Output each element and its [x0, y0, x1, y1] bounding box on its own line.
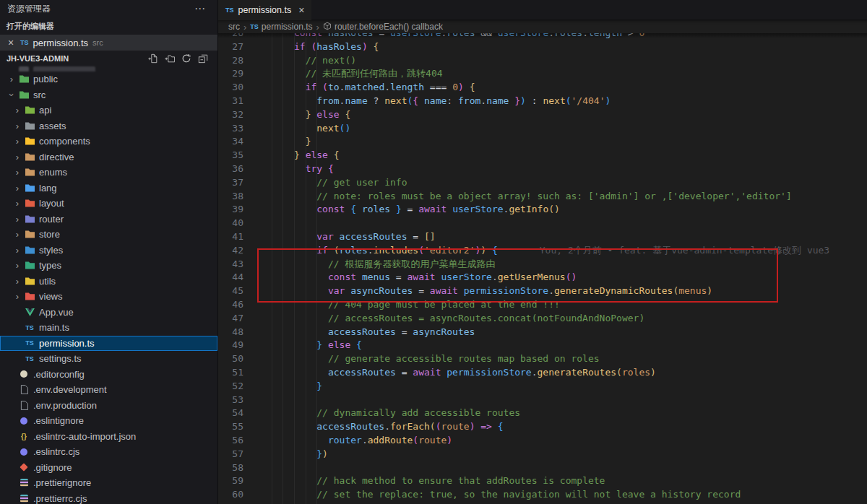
tree-item-enums[interactable]: ›enums	[0, 165, 217, 181]
line-number[interactable]: 42	[218, 244, 254, 258]
code-line-57[interactable]: 57 })	[218, 448, 867, 461]
tree-item-store[interactable]: ›store	[0, 227, 217, 243]
line-number[interactable]: 49	[218, 339, 254, 352]
new-folder-icon[interactable]	[165, 53, 175, 64]
code-line-36[interactable]: 36 try {	[218, 162, 867, 176]
line-number[interactable]: 44	[218, 271, 254, 284]
tree-item-.eslintrc-auto-import.json[interactable]: {}.eslintrc-auto-import.json	[0, 429, 217, 445]
line-number[interactable]: 47	[218, 312, 254, 326]
line-number[interactable]: 35	[218, 149, 254, 162]
line-number[interactable]: 31	[218, 95, 254, 108]
new-file-icon[interactable]	[148, 53, 158, 64]
breadcrumb-item[interactable]: TSpermission.ts	[250, 22, 312, 32]
line-number[interactable]: 51	[218, 366, 254, 380]
code-line-51[interactable]: 51 accessRoutes = await permissionStore.…	[218, 366, 867, 380]
code-line-29[interactable]: 29 // 未匹配到任何路由，跳转404	[218, 67, 867, 81]
tree-item-main.ts[interactable]: TSmain.ts	[0, 320, 217, 336]
code-line-35[interactable]: 35 } else {	[218, 149, 867, 162]
code-line-39[interactable]: 39 const { roles } = await userStore.get…	[218, 203, 867, 217]
tree-item-directive[interactable]: ›directive	[0, 149, 217, 165]
code-line-50[interactable]: 50 // generate accessible routes map bas…	[218, 352, 867, 366]
code-line-54[interactable]: 54 // dynamically add accessible routes	[218, 407, 867, 420]
line-number[interactable]: 40	[218, 217, 254, 230]
line-number[interactable]: 55	[218, 420, 254, 434]
code-line-55[interactable]: 55 accessRoutes.forEach((route) => {	[218, 420, 867, 434]
tree-item-api[interactable]: ›api	[0, 103, 217, 118]
line-number[interactable]: 29	[218, 67, 254, 81]
code-line-37[interactable]: 37 // get user info	[218, 176, 867, 190]
tree-item-.prettierignore[interactable]: .prettierignore	[0, 475, 217, 491]
code-line-52[interactable]: 52 }	[218, 380, 867, 394]
code-line-59[interactable]: 59 // hack method to ensure that addRout…	[218, 474, 867, 488]
tree-item-styles[interactable]: ›styles	[0, 243, 217, 258]
tree-item-.eslintignore[interactable]: .eslintignore	[0, 413, 217, 429]
code-line-48[interactable]: 48 accessRoutes = asyncRoutes	[218, 326, 867, 339]
tree-item-layout[interactable]: ›layout	[0, 196, 217, 212]
code-line-60[interactable]: 60 // set the replace: true, so the navi…	[218, 488, 867, 502]
tree-item-.env.development[interactable]: .env.development	[0, 382, 217, 398]
line-number[interactable]: 54	[218, 407, 254, 420]
tree-item-.prettierrc.cjs[interactable]: .prettierrc.cjs	[0, 491, 217, 504]
tree-item-permission.ts[interactable]: TSpermission.ts	[0, 336, 217, 352]
code-line-42[interactable]: 42 if (roles.includes('editor2')) {You, …	[218, 244, 867, 258]
tree-item-components[interactable]: ›components	[0, 134, 217, 149]
tree-item-views[interactable]: ›views	[0, 289, 217, 305]
tree-item-router[interactable]: ›router	[0, 212, 217, 227]
line-number[interactable]: 58	[218, 461, 254, 475]
code-line-46[interactable]: 46 // 404 page must be placed at the end…	[218, 298, 867, 312]
open-editor-item[interactable]: × TS permission.ts src	[0, 35, 217, 51]
line-number[interactable]: 45	[218, 284, 254, 298]
more-actions-icon[interactable]: ⋯	[190, 2, 210, 15]
line-number[interactable]: 32	[218, 108, 254, 122]
code-line-33[interactable]: 33 next()	[218, 122, 867, 136]
breadcrumb-item[interactable]: router.beforeEach() callback	[323, 22, 443, 32]
code-line-38[interactable]: 38 // note: roles must be a object array…	[218, 190, 867, 204]
code-line-28[interactable]: 28 // next()	[218, 54, 867, 68]
line-number[interactable]: 59	[218, 474, 254, 488]
code-line-58[interactable]: 58	[218, 461, 867, 475]
code-line-27[interactable]: 27 if (hasRoles) {	[218, 40, 867, 54]
line-number[interactable]: 27	[218, 40, 254, 54]
code-line-45[interactable]: 45 var asyncRoutes = await permissionSto…	[218, 284, 867, 298]
line-number[interactable]: 57	[218, 448, 254, 461]
collapse-all-icon[interactable]	[198, 53, 208, 64]
code-line-26[interactable]: 26 const hasRoles = userStore.roles && u…	[218, 33, 867, 40]
refresh-icon[interactable]	[181, 53, 191, 64]
tree-item-assets[interactable]: ›assets	[0, 118, 217, 134]
line-number[interactable]: 37	[218, 176, 254, 190]
tree-item-src[interactable]: ›src	[0, 87, 217, 103]
tree-item-.gitignore[interactable]: .gitignore	[0, 460, 217, 476]
line-number[interactable]: 38	[218, 190, 254, 204]
code-line-56[interactable]: 56 router.addRoute(route)	[218, 434, 867, 448]
tree-item-.editorconfig[interactable]: .editorconfig	[0, 367, 217, 383]
line-number[interactable]: 41	[218, 230, 254, 244]
tree-item-lang[interactable]: ›lang	[0, 181, 217, 196]
line-number[interactable]: 30	[218, 81, 254, 95]
code-line-32[interactable]: 32 } else {	[218, 108, 867, 122]
code-line-34[interactable]: 34 }	[218, 135, 867, 149]
line-number[interactable]: 52	[218, 380, 254, 394]
code-line-30[interactable]: 30 if (to.matched.length === 0) {	[218, 81, 867, 95]
close-icon[interactable]: ×	[6, 37, 16, 48]
code-line-40[interactable]: 40	[218, 217, 867, 230]
tree-item-public[interactable]: ›public	[0, 71, 217, 87]
code-line-47[interactable]: 47 // accessRoutes = asyncRoutes.concat(…	[218, 312, 867, 326]
project-section-header[interactable]: JH-VUE3-ADMIN	[0, 51, 217, 66]
tree-item-utils[interactable]: ›utils	[0, 274, 217, 290]
code-line-53[interactable]: 53	[218, 394, 867, 407]
tab-permission-ts[interactable]: TS permission.ts ×	[218, 0, 311, 20]
tree-item-.eslintrc.cjs[interactable]: .eslintrc.cjs	[0, 444, 217, 460]
code-line-43[interactable]: 43 // 根据服务器获取的用户菜单生成路由	[218, 258, 867, 271]
close-icon[interactable]: ×	[298, 4, 304, 16]
code-line-31[interactable]: 31 from.name ? next({ name: from.name })…	[218, 95, 867, 108]
line-number[interactable]: 50	[218, 352, 254, 366]
line-number[interactable]: 34	[218, 135, 254, 149]
line-number[interactable]: 48	[218, 326, 254, 339]
line-number[interactable]: 46	[218, 298, 254, 312]
tree-item-types[interactable]: ›types	[0, 258, 217, 274]
open-editors-header[interactable]: 打开的编辑器	[0, 17, 217, 35]
tree-item-App.vue[interactable]: App.vue	[0, 305, 217, 321]
breadcrumb-item[interactable]: src	[228, 22, 240, 32]
line-number[interactable]: 60	[218, 488, 254, 502]
code-editor[interactable]: 26 const hasRoles = userStore.roles && u…	[218, 33, 867, 504]
